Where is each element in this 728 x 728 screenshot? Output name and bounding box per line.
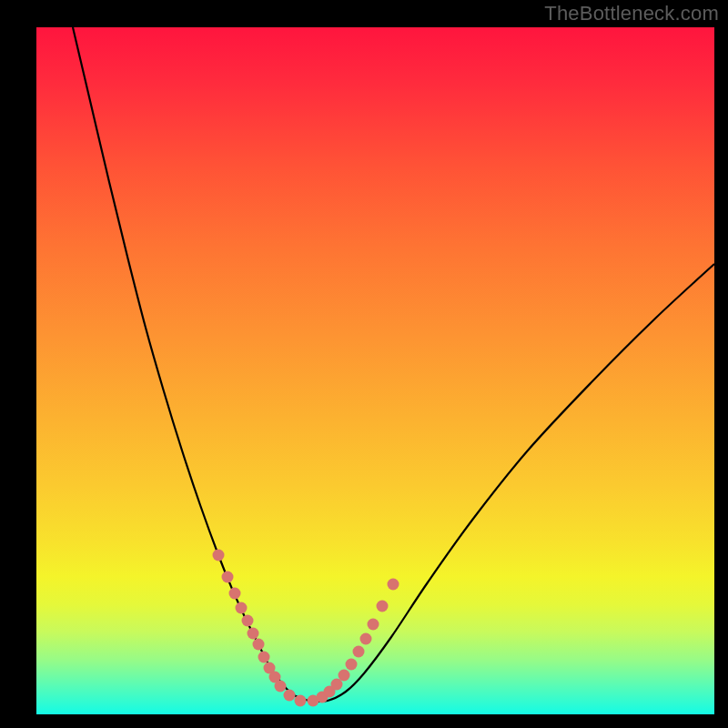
bottleneck-curve-svg (36, 27, 714, 714)
curve-dot (353, 646, 365, 658)
bottleneck-curve (73, 27, 714, 702)
watermark-text: TheBottleneck.com (544, 2, 719, 25)
curve-dot (253, 639, 265, 651)
curve-dot (388, 579, 399, 591)
curve-dot (368, 619, 379, 631)
curve-dot (236, 602, 248, 614)
curve-dot (346, 659, 358, 671)
curve-dot (284, 690, 296, 702)
curve-dot (248, 628, 259, 640)
chart-frame: TheBottleneck.com (0, 0, 728, 728)
curve-dots-group (213, 550, 399, 707)
curve-dot (229, 588, 241, 600)
plot-area (36, 27, 714, 714)
curve-dot (213, 550, 225, 561)
curve-dot (242, 615, 254, 627)
curve-dot (275, 681, 287, 693)
curve-dot (339, 670, 350, 682)
curve-dot (377, 601, 389, 612)
curve-dot (360, 633, 372, 645)
curve-dot (258, 652, 270, 663)
curve-dot (222, 571, 234, 583)
curve-dot (295, 695, 307, 707)
